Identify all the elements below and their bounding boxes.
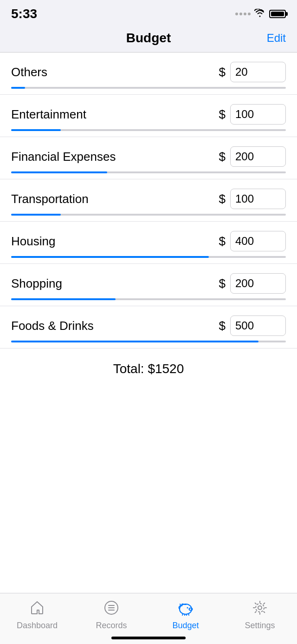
budget-row-transportation: Transportation $: [0, 179, 297, 222]
budget-dollar-housing: $: [219, 234, 226, 249]
progress-track-housing: [11, 256, 286, 258]
progress-track-entertainment: [11, 129, 286, 131]
svg-line-10: [188, 614, 189, 615]
budget-label-shopping: Shopping: [11, 276, 219, 291]
tab-budget[interactable]: Budget: [148, 600, 223, 631]
svg-point-5: [187, 607, 188, 609]
budget-dollar-foods: $: [219, 319, 226, 333]
page-header: Budget Edit: [0, 25, 297, 52]
budget-input-others[interactable]: [230, 62, 286, 82]
status-icons: [235, 9, 286, 20]
budget-input-housing[interactable]: [230, 231, 286, 251]
budget-row-housing: Housing $: [0, 222, 297, 264]
budget-label-foods: Foods & Drinks: [11, 319, 219, 333]
budget-label-financial: Financial Expenses: [11, 150, 219, 164]
svg-line-7: [182, 614, 183, 615]
piggy-icon: [176, 600, 195, 618]
progress-fill-foods: [11, 341, 258, 342]
budget-input-foods[interactable]: [230, 315, 286, 336]
budget-row-entertainment: Entertainment $: [0, 95, 297, 137]
progress-track-financial: [11, 171, 286, 173]
budget-label-others: Others: [11, 65, 219, 79]
status-bar: 5:33: [0, 0, 297, 25]
svg-point-12: [258, 606, 262, 610]
budget-dollar-transportation: $: [219, 192, 226, 206]
progress-track-transportation: [11, 214, 286, 216]
budget-input-shopping[interactable]: [230, 273, 286, 294]
budget-content: Others $ Entertainment $ Financial Expen…: [0, 53, 297, 407]
tab-dashboard[interactable]: Dashboard: [0, 600, 74, 631]
tab-budget-label: Budget: [172, 621, 199, 631]
status-time: 5:33: [11, 7, 37, 21]
budget-dollar-shopping: $: [219, 276, 226, 291]
home-indicator: [111, 637, 186, 639]
budget-row-shopping: Shopping $: [0, 264, 297, 306]
list-icon: [103, 600, 119, 618]
progress-fill-financial: [11, 171, 107, 173]
progress-fill-others: [11, 87, 25, 89]
tab-dashboard-label: Dashboard: [17, 621, 58, 631]
tab-settings-label: Settings: [245, 621, 275, 631]
budget-input-financial[interactable]: [230, 146, 286, 167]
progress-fill-transportation: [11, 214, 61, 216]
tab-records-label: Records: [96, 621, 127, 631]
progress-fill-shopping: [11, 298, 116, 300]
house-icon: [29, 600, 45, 618]
wifi-icon: [254, 9, 265, 20]
gear-icon: [252, 600, 268, 618]
svg-point-13: [256, 604, 264, 612]
edit-button[interactable]: Edit: [267, 32, 286, 45]
budget-input-entertainment[interactable]: [230, 104, 286, 125]
battery-icon: [269, 10, 286, 18]
signal-icon: [235, 13, 251, 15]
budget-label-entertainment: Entertainment: [11, 107, 219, 122]
budget-row-foods: Foods & Drinks $: [0, 306, 297, 348]
progress-fill-entertainment: [11, 129, 61, 131]
budget-label-housing: Housing: [11, 234, 219, 249]
budget-row-financial: Financial Expenses $: [0, 137, 297, 179]
budget-label-transportation: Transportation: [11, 192, 219, 206]
budget-row-others: Others $: [0, 53, 297, 95]
tab-records[interactable]: Records: [74, 600, 148, 631]
progress-track-shopping: [11, 298, 286, 300]
page-title: Budget: [126, 31, 171, 46]
tab-settings[interactable]: Settings: [223, 600, 297, 631]
total-label: Total: $1520: [113, 361, 184, 376]
budget-dollar-others: $: [219, 65, 226, 79]
total-section: Total: $1520: [0, 348, 297, 386]
progress-fill-housing: [11, 256, 209, 258]
progress-track-foods: [11, 341, 286, 342]
budget-dollar-entertainment: $: [219, 107, 226, 122]
progress-track-others: [11, 87, 286, 89]
budget-dollar-financial: $: [219, 150, 226, 164]
budget-input-transportation[interactable]: [230, 189, 286, 209]
